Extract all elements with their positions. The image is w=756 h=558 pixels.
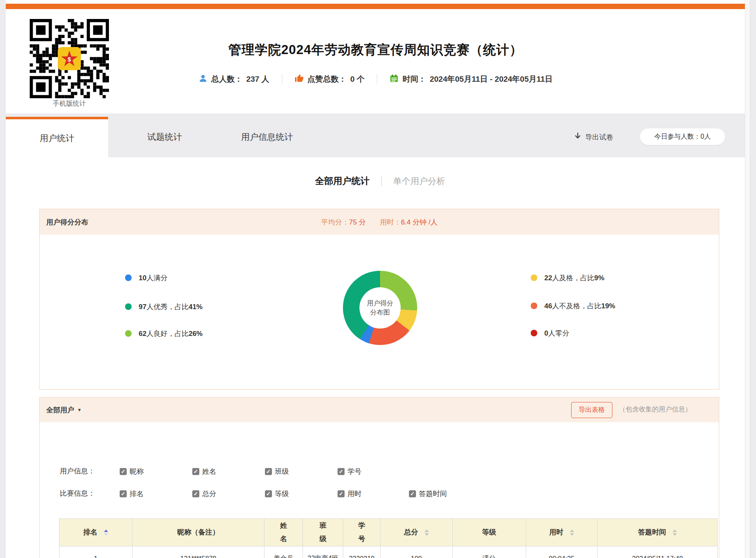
checkbox-checked-icon[interactable]: ✓ [338,468,345,475]
legend-text: 10人满分 [139,273,168,283]
tab-band [6,113,750,157]
column-label: 总分 [404,526,418,539]
checkbox-checked-icon[interactable]: ✓ [192,490,199,497]
users-panel-title[interactable]: 全部用户▼ [46,405,82,415]
time-per-user-value: 6.4 分钟 /人 [401,218,437,226]
download-icon [574,132,582,142]
person-icon [198,74,208,85]
table-header-3: 姓 名 [265,519,303,546]
table-cell: 1 [59,546,132,558]
checkbox-checked-icon[interactable]: ✓ [192,468,199,475]
tab-user-info-stats[interactable]: 用户信息统计 [215,117,319,157]
checkbox-checked-icon[interactable]: ✓ [265,468,272,475]
table-header-9[interactable]: 答题时间 [598,519,717,546]
tab-user-info-stats-label: 用户信息统计 [241,131,293,143]
filter-checkbox-学号[interactable]: ✓学号 [338,466,361,477]
users-table: 排名昵称（备注）姓 名班 级学 号总分等级用时答题时间 1131****5879… [59,518,718,558]
export-table-note: （包含收集的用户信息） [619,405,692,414]
table-cell: 00:04:25 [526,546,598,558]
stat-value: 2024年05月11日 - 2024年05月11日 [430,74,553,85]
checkbox-checked-icon[interactable]: ✓ [409,490,416,497]
filter-checkbox-等级[interactable]: ✓等级 [265,488,289,499]
stat-label: 点赞总数： [307,74,347,85]
legend-dot [531,274,537,281]
checkbox-checked-icon[interactable]: ✓ [120,490,127,497]
checkbox-checked-icon[interactable]: ✓ [265,490,272,497]
sort-icon[interactable] [104,530,108,536]
export-paper-button[interactable]: 导出试卷 [574,117,613,157]
filter-checkbox-总分[interactable]: ✓总分 [192,488,216,499]
stat-item: 总人数：237 人 [186,74,282,85]
legend-item: 62人良好，占比26% [125,328,203,339]
table-cell: 2024/05/11 17:40 [598,546,717,558]
filter-checkbox-班级[interactable]: ✓班级 [265,466,289,477]
stat-label: 时间： [402,74,426,85]
filter-option-label: 班级 [275,467,289,476]
filter-checkbox-答题时间[interactable]: ✓答题时间 [409,488,447,499]
export-paper-label: 导出试卷 [585,132,613,142]
table-header-4: 班 级 [303,519,343,546]
score-panel-summary: 平均分：75 分 用时：6.4 分钟 /人 [40,209,719,235]
filter-option-label: 学号 [347,467,361,476]
subtab-single-user[interactable]: 单个用户分析 [393,175,445,187]
checkbox-checked-icon[interactable]: ✓ [120,468,127,475]
filter-group-label: 用户信息： [60,466,95,477]
legend-item: 10人满分 [125,272,168,283]
table-header-6[interactable]: 总分 [380,519,453,546]
legend-dot [125,274,132,281]
sort-icon[interactable] [673,530,677,536]
export-table-button[interactable]: 导出表格 [571,402,612,418]
table-header-2: 昵称（备注） [132,519,265,546]
calendar-icon [390,74,399,85]
subtab-divider [381,176,382,186]
sort-icon[interactable] [425,530,429,536]
filter-checkbox-昵称[interactable]: ✓昵称 [120,466,144,477]
subtab-all-users[interactable]: 全部用户统计 [315,175,370,187]
table-header-1[interactable]: 排名 [59,519,132,546]
donut-center-label: 用户得分 分布图 [359,287,401,329]
filter-checkbox-排名[interactable]: ✓排名 [120,488,144,499]
column-label: 学 号 [358,519,365,546]
filter-option-label: 用时 [347,489,361,499]
accent-top-bar [6,4,750,9]
scrollbar-track[interactable] [745,0,750,558]
qr-center-logo: ★$ [58,47,81,70]
table-row: 1131****5879姜金岳22电商4班2230219100满分00:04:2… [59,546,717,558]
table-cell: 100 [380,546,453,558]
legend-text: 22人及格，占比9% [544,273,605,283]
users-table-body: 1131****5879姜金岳22电商4班2230219100满分00:04:2… [59,546,717,558]
tab-user-stats[interactable]: 用户统计 [6,117,108,157]
filter-checkbox-姓名[interactable]: ✓姓名 [192,466,216,477]
legend-item: 46人不及格，占比19% [531,300,615,311]
stat-item: 点赞总数：0 个 [282,74,377,85]
table-cell: 131****5879 [132,546,265,558]
filter-option-label: 排名 [130,489,144,499]
qr-caption: 手机版统计 [30,99,109,108]
checkbox-checked-icon[interactable]: ✓ [338,490,345,497]
today-participants-text: 今日参与人数：0人 [654,132,711,141]
score-panel-header: 用户得分分布 平均分：75 分 用时：6.4 分钟 /人 [40,209,719,235]
table-cell: 22电商4班 [303,546,343,558]
legend-item: 0人零分 [531,328,569,338]
filter-option-label: 昵称 [130,467,144,476]
legend-text: 46人不及格，占比19% [544,301,615,311]
table-cell: 姜金岳 [265,546,303,558]
score-donut-chart: 用户得分 分布图 [343,271,417,345]
legend-dot [531,330,537,336]
donut-center-line1: 用户得分 [367,299,393,308]
chevron-down-icon: ▼ [77,407,82,412]
column-label: 班 级 [319,519,326,546]
table-header-7: 等级 [453,519,526,546]
column-label: 等级 [482,526,496,539]
thumb-up-icon [295,74,304,85]
table-header-8[interactable]: 用时 [526,519,598,546]
page-title: 管理学院2024年劳动教育宣传周知识竞赛（统计） [144,41,607,59]
tab-question-stats[interactable]: 试题统计 [123,117,206,157]
legend-dot [125,303,132,310]
stat-value: 237 人 [246,74,269,85]
table-cell: 满分 [453,546,526,558]
column-label: 排名 [83,526,97,539]
filter-checkbox-用时[interactable]: ✓用时 [338,488,361,499]
sort-icon[interactable] [570,530,574,536]
legend-text: 62人良好，占比26% [139,329,203,338]
